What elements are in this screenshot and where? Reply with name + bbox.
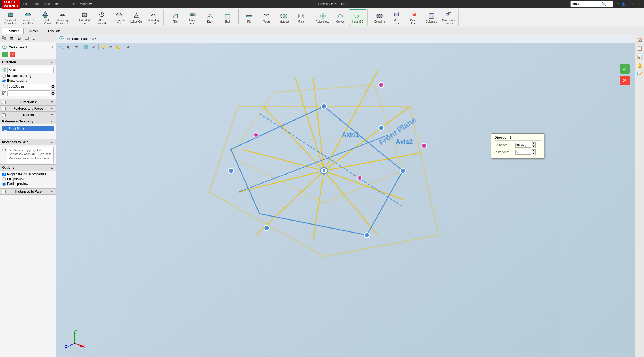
vp-view-icon[interactable] xyxy=(90,44,97,50)
popup-spacing-input[interactable] xyxy=(515,143,531,148)
window-close-btn[interactable]: ✕ xyxy=(637,2,642,6)
mirror-btn[interactable]: Mirror xyxy=(293,9,310,26)
instance-spacing-radio[interactable] xyxy=(2,74,6,78)
bodies-checkbox[interactable] xyxy=(2,113,6,117)
tab-sketch[interactable]: Sketch xyxy=(24,28,43,34)
instances-spin-up[interactable]: ▲ xyxy=(51,90,55,93)
window-minimize-btn[interactable]: ─ xyxy=(626,2,631,6)
search-input[interactable] xyxy=(572,2,602,6)
lofted-boss-btn[interactable]: LoftedBoss/Base xyxy=(37,9,54,26)
spacing-spinner[interactable]: ▲ ▼ xyxy=(51,84,55,89)
panel-ok-button[interactable]: ✓ xyxy=(2,52,8,57)
extra-icon[interactable]: ⊕ xyxy=(31,35,37,42)
curves-btn[interactable]: Curves xyxy=(332,9,349,26)
instances-vary-checkbox[interactable] xyxy=(2,190,6,193)
shell-btn[interactable]: Shell xyxy=(219,9,236,26)
config-manager-icon[interactable]: ⚙ xyxy=(16,35,22,42)
popup-instances-down[interactable]: ▼ xyxy=(532,152,536,155)
window-account-btn[interactable]: 👤 xyxy=(621,2,626,6)
vp-settings-icon[interactable]: ⚙ xyxy=(108,44,114,50)
right-panel-home-icon[interactable]: 🏠 xyxy=(636,36,643,43)
feature-tree-icon[interactable] xyxy=(1,35,7,42)
equal-spacing-radio[interactable] xyxy=(2,79,6,82)
combine-btn[interactable]: Combine xyxy=(371,9,388,26)
instances-skip-header[interactable]: Instances to Skip ▲ xyxy=(0,139,56,145)
fillet-btn[interactable]: Fillet xyxy=(167,9,184,26)
vp-dimension-icon[interactable]: 📐 xyxy=(115,44,121,50)
popup-spacing-down[interactable]: ▼ xyxy=(532,145,536,148)
instances-input[interactable] xyxy=(7,90,50,96)
instant3d-btn[interactable]: 3D Instant3D xyxy=(349,9,366,26)
display-manager-icon[interactable] xyxy=(23,35,30,42)
revolved-cut-btn[interactable]: RevolvedCut xyxy=(111,9,128,26)
movecopy-btn[interactable]: Move/CopyBodies xyxy=(440,9,457,26)
spacing-spin-down[interactable]: ▼ xyxy=(51,86,55,89)
axis-input[interactable] xyxy=(7,67,54,73)
panel-cancel-button[interactable]: ✕ xyxy=(10,52,15,57)
confirm-xmark-button[interactable]: ✕ xyxy=(620,76,630,85)
instances-vary-header[interactable]: Instances to Vary ▼ xyxy=(0,188,56,195)
vp-lights-icon[interactable]: 💡 xyxy=(100,44,107,50)
property-manager-icon[interactable]: ☰ xyxy=(9,35,15,42)
svg-line-103 xyxy=(68,343,75,347)
extruded-cut-btn[interactable]: ExtrudedCut xyxy=(76,9,93,26)
spacing-input[interactable] xyxy=(7,84,50,89)
tab-features[interactable]: Features xyxy=(2,28,24,34)
instances-spinner[interactable]: ▲ ▼ xyxy=(51,90,55,96)
propagate-visual-checkbox[interactable] xyxy=(2,173,6,176)
options-header[interactable]: Options ▲ xyxy=(0,164,56,171)
popup-spacing-up[interactable]: ▲ xyxy=(532,142,536,145)
linear-pattern-btn[interactable]: LinearPattern xyxy=(184,9,201,26)
direction2-checkbox[interactable] xyxy=(2,101,6,104)
window-maximize-btn[interactable]: □ xyxy=(632,2,637,6)
reference-btn[interactable]: Reference... xyxy=(315,9,332,26)
vp-select-icon[interactable] xyxy=(66,44,72,50)
direction1-header[interactable]: Direction 1 ▲ xyxy=(0,59,56,65)
vp-display-icon[interactable]: 🖥 xyxy=(125,44,131,50)
features-faces-checkbox[interactable] xyxy=(2,107,6,110)
instances-skip-box[interactable]: Box/lasso - Toggles, Shift + Box/lasso -… xyxy=(7,147,54,163)
menu-view[interactable]: View xyxy=(42,2,53,6)
boundary-cut-btn[interactable]: BoundaryCut xyxy=(145,9,162,26)
menu-window[interactable]: Window xyxy=(78,2,94,6)
ref-geo-item-front-plane[interactable]: Front Plane xyxy=(2,126,54,131)
menu-file[interactable]: File xyxy=(21,2,31,6)
vp-zoom-icon[interactable]: 🔍 xyxy=(58,44,64,50)
vp-filter-icon[interactable] xyxy=(73,44,79,50)
confirm-check-button[interactable]: ✓ xyxy=(620,64,630,74)
tab-evaluate[interactable]: Evaluate xyxy=(44,28,65,34)
lofted-cut-btn[interactable]: Lofted Cut xyxy=(128,9,145,26)
extruded-boss-btn[interactable]: ExtrudedBoss/Base xyxy=(2,9,19,26)
spacing-spin-up[interactable]: ▲ xyxy=(51,84,55,86)
partial-preview-radio[interactable] xyxy=(2,182,6,186)
move-face-btn[interactable]: MoveFace xyxy=(388,9,405,26)
revolved-boss-btn[interactable]: RevolvedBoss/Base xyxy=(19,9,36,26)
boundary-boss-btn[interactable]: Boundary Boss/Base xyxy=(54,9,71,26)
menu-tools[interactable]: Tools xyxy=(66,2,78,6)
delete-face-btn[interactable]: DeleteFace xyxy=(406,9,423,26)
window-help-btn[interactable]: ? xyxy=(616,2,621,6)
intersect-btn[interactable]: Intersect xyxy=(275,9,292,26)
panel-help-icon[interactable]: ? xyxy=(51,45,54,49)
wrap-btn[interactable]: Wrap xyxy=(258,9,275,26)
popup-instances-up[interactable]: ▲ xyxy=(532,149,536,152)
right-panel-bell-icon[interactable]: 🔔 xyxy=(636,61,643,69)
draft-btn[interactable]: Draft xyxy=(202,9,219,26)
right-panel-note-icon[interactable]: 📝 xyxy=(636,70,643,77)
ref-geo-header[interactable]: Reference Geometry ▲ xyxy=(0,118,56,124)
right-panel-chart-icon[interactable]: 📊 xyxy=(636,53,643,60)
bodies-header[interactable]: Bodies ▼ xyxy=(0,112,56,118)
panel-actions: ✓ ✕ xyxy=(0,51,56,59)
direction2-header[interactable]: Direction 2 ▼ xyxy=(0,99,56,105)
features-faces-header[interactable]: Features and Faces ▼ xyxy=(0,105,56,112)
instances-spin-down[interactable]: ▼ xyxy=(51,93,55,96)
hole-wizard-btn[interactable]: HoleWizard xyxy=(93,9,110,26)
defeature-btn[interactable]: Defeature xyxy=(423,9,440,26)
menu-edit[interactable]: Edit xyxy=(31,2,41,6)
vp-shading-icon[interactable] xyxy=(83,44,89,50)
full-preview-radio[interactable] xyxy=(2,177,6,181)
menu-insert[interactable]: Insert xyxy=(53,2,66,6)
right-panel-clipboard-icon[interactable]: 📋 xyxy=(636,44,643,52)
rib-btn[interactable]: Rib xyxy=(241,9,258,26)
popup-instances-input[interactable] xyxy=(515,150,531,155)
